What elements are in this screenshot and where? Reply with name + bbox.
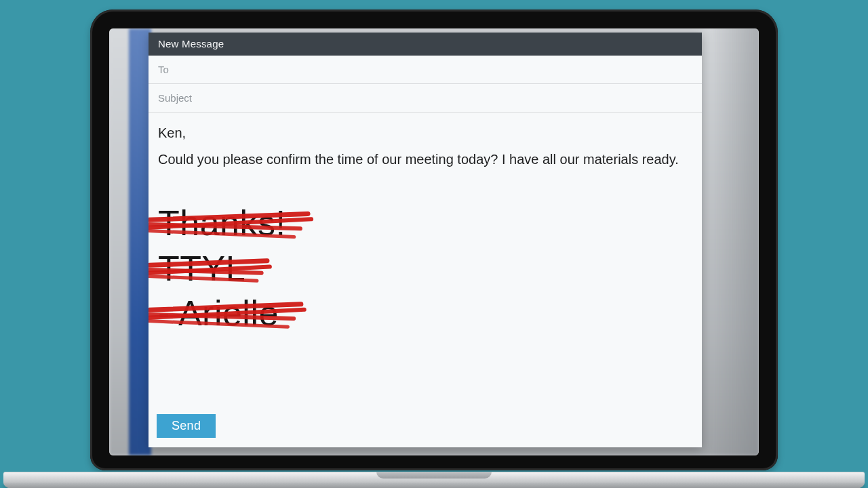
laptop-base-top <box>3 472 865 483</box>
signoff-line-struck: Thanks! <box>158 201 290 246</box>
signoff-line-struck: TTYL <box>158 246 250 291</box>
to-field-row <box>149 56 702 84</box>
laptop-lid: New Message Ken, Could you please confir… <box>90 9 778 470</box>
signoff-text: Thanks! <box>158 203 285 243</box>
message-body[interactable]: Ken, Could you please confirm the time o… <box>149 113 702 407</box>
signoff-line-struck: - Arielle <box>158 291 283 336</box>
subject-input[interactable] <box>158 92 692 104</box>
body-paragraph: Could you please confirm the time of our… <box>158 150 692 169</box>
laptop-frame: New Message Ken, Could you please confir… <box>90 9 778 481</box>
laptop-base-bottom <box>3 483 865 488</box>
to-input[interactable] <box>158 64 692 75</box>
subject-field-row <box>149 84 702 113</box>
send-button[interactable]: Send <box>157 414 216 438</box>
laptop-base <box>3 472 865 488</box>
compose-window: New Message Ken, Could you please confir… <box>149 33 702 447</box>
body-greeting: Ken, <box>158 123 692 143</box>
laptop-screen: New Message Ken, Could you please confir… <box>109 28 759 455</box>
trackpad-notch <box>376 472 492 479</box>
signoff-text: - Arielle <box>158 293 279 333</box>
signoff-block: Thanks! TTYL - Arielle <box>158 201 692 336</box>
signoff-text: TTYL <box>158 249 245 288</box>
compose-titlebar[interactable]: New Message <box>149 33 702 56</box>
compose-footer: Send <box>149 407 702 447</box>
